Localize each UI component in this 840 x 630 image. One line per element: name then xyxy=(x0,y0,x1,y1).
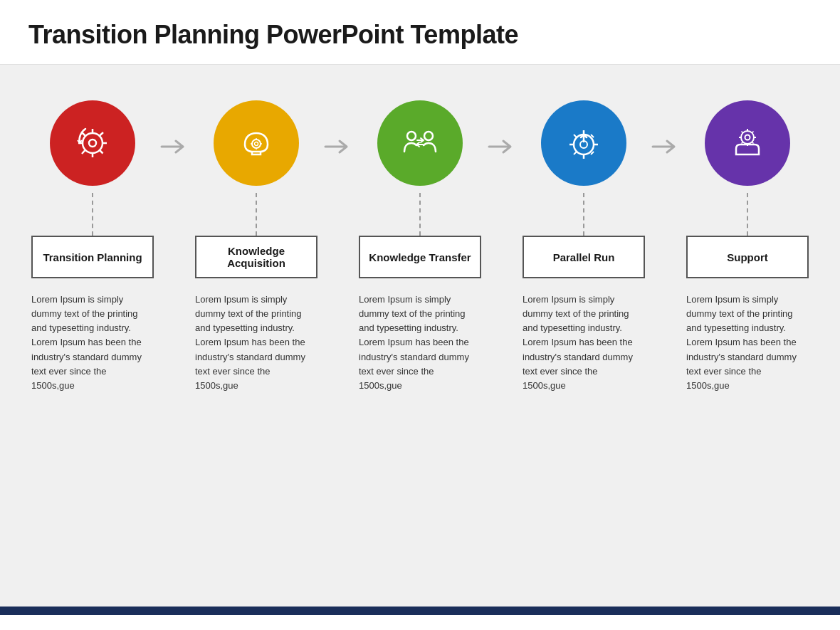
desc-text-knowledge-transfer: Lorem Ipsum is simply dummy text of the … xyxy=(359,294,469,391)
label-box-knowledge-transfer: Knowledge Transfer xyxy=(359,236,481,278)
circle-transition-planning xyxy=(50,100,135,186)
header: Transition Planning PowerPoint Template xyxy=(0,0,840,65)
arrow-icon xyxy=(651,136,680,157)
label-box-transition-planning: Transition Planning xyxy=(31,236,154,278)
label-text-knowledge-acquisition: Knowledge Acquisition xyxy=(202,245,310,269)
dashed-line-4 xyxy=(583,193,584,236)
desc-parallel-run: Lorem Ipsum is simply dummy text of the … xyxy=(520,293,648,393)
desc-row: Lorem Ipsum is simply dummy text of the … xyxy=(21,293,819,393)
dashed-line-5 xyxy=(747,193,748,236)
people-transfer-icon xyxy=(397,120,443,166)
label-box-parallel-run: Parallel Run xyxy=(523,236,645,278)
label-wrapper-2: Knowledge Acquisition xyxy=(192,236,320,278)
hand-gear-icon xyxy=(725,120,770,166)
svg-point-2 xyxy=(252,140,261,148)
label-text-support: Support xyxy=(727,251,768,263)
main-content: Transition Planning Knowledge Acquisitio… xyxy=(0,65,840,615)
step-parallel-run xyxy=(520,100,648,236)
label-text-knowledge-transfer: Knowledge Transfer xyxy=(369,251,471,263)
label-text-parallel-run: Parallel Run xyxy=(553,251,615,263)
dashed-line-2 xyxy=(256,193,257,236)
step-knowledge-transfer xyxy=(356,100,484,236)
arrow-4 xyxy=(648,136,683,200)
desc-transition-planning: Lorem Ipsum is simply dummy text of the … xyxy=(28,293,157,393)
label-wrapper-4: Parallel Run xyxy=(520,236,648,278)
desc-support: Lorem Ipsum is simply dummy text of the … xyxy=(683,293,812,393)
desc-knowledge-acquisition: Lorem Ipsum is simply dummy text of the … xyxy=(192,293,320,393)
footer-bar xyxy=(0,607,840,615)
label-box-support: Support xyxy=(686,236,809,278)
desc-knowledge-transfer: Lorem Ipsum is simply dummy text of the … xyxy=(356,293,484,393)
arrow-icon xyxy=(488,136,516,157)
arrow-icon xyxy=(324,136,352,157)
page-title: Transition Planning PowerPoint Template xyxy=(28,20,812,50)
flow-row xyxy=(21,100,819,236)
label-wrapper-1: Transition Planning xyxy=(28,236,157,278)
svg-point-5 xyxy=(424,132,433,140)
gear-refresh-icon xyxy=(70,120,115,166)
brain-gear-icon xyxy=(233,120,279,166)
arrow-1 xyxy=(157,136,192,200)
dashed-line-3 xyxy=(419,193,421,236)
svg-point-1 xyxy=(89,140,96,147)
svg-point-0 xyxy=(83,133,103,153)
desc-text-knowledge-acquisition: Lorem Ipsum is simply dummy text of the … xyxy=(195,294,305,391)
circle-parallel-run xyxy=(541,100,626,186)
label-wrapper-3: Knowledge Transfer xyxy=(356,236,484,278)
circle-support xyxy=(705,100,790,186)
step-knowledge-acquisition xyxy=(192,100,320,236)
label-box-knowledge-acquisition: Knowledge Acquisition xyxy=(195,236,317,278)
labels-row: Transition Planning Knowledge Acquisitio… xyxy=(21,236,819,278)
label-text-transition-planning: Transition Planning xyxy=(43,251,142,263)
desc-text-support: Lorem Ipsum is simply dummy text of the … xyxy=(686,294,797,391)
dashed-line-1 xyxy=(92,193,93,236)
circle-knowledge-acquisition xyxy=(214,100,299,186)
arrow-2 xyxy=(320,136,356,200)
desc-text-transition-planning: Lorem Ipsum is simply dummy text of the … xyxy=(31,294,142,391)
step-transition-planning xyxy=(28,100,157,236)
svg-point-8 xyxy=(741,131,754,144)
arrow-3 xyxy=(484,136,520,200)
desc-text-parallel-run: Lorem Ipsum is simply dummy text of the … xyxy=(523,294,633,391)
svg-point-4 xyxy=(407,132,416,140)
label-wrapper-5: Support xyxy=(683,236,812,278)
gear-up-icon xyxy=(561,120,607,166)
svg-point-3 xyxy=(255,142,258,146)
arrow-icon xyxy=(160,136,189,157)
circle-knowledge-transfer xyxy=(377,100,463,186)
step-support xyxy=(683,100,812,236)
svg-point-9 xyxy=(745,135,750,140)
